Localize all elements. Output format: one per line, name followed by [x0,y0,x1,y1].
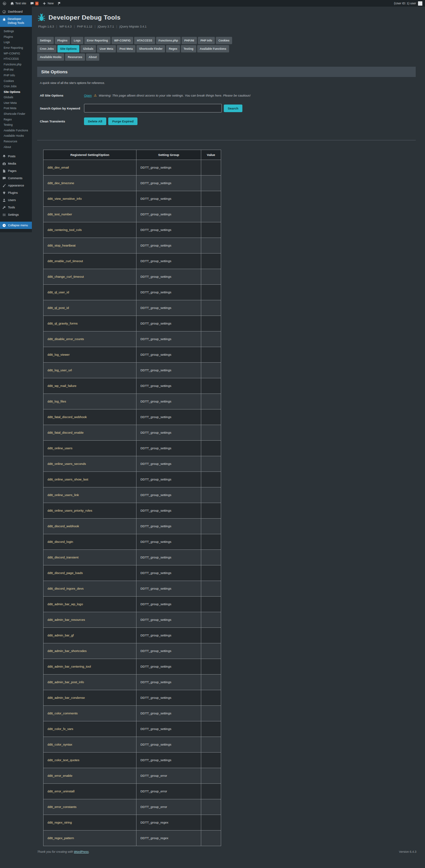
group-cell: DDTT_group_settings [137,597,201,612]
sidebar-subitem-wp-config[interactable]: WP-CONFIG [0,51,32,56]
sidebar-subitem-logs[interactable]: Logs [0,40,32,45]
comment-icon [30,2,34,5]
sidebar-item-tools[interactable]: Tools [0,204,32,211]
value-cell [201,253,221,269]
sidebar-subitem-php-info[interactable]: PHP Info [0,73,32,78]
tab-post-meta[interactable]: Post Meta [117,45,136,53]
sidebar-subitem-htaccess[interactable]: HTACCESS [0,56,32,62]
sidebar-subitem-site-options[interactable]: Site Options [0,89,32,95]
admin-bar-item-comment-icon[interactable]: 0 [30,2,38,5]
value-cell [201,285,221,300]
sidebar-item-plugins[interactable]: Plugins [0,189,32,196]
sidebar-item-settings[interactable]: Settings [0,211,32,218]
sidebar-subitem-available-hooks[interactable]: Available Hooks [0,133,32,139]
tab-settings[interactable]: Settings [37,37,54,44]
collapse-menu-button[interactable]: Collapse menu [0,222,32,229]
purge-expired-button[interactable]: Purge Expired [108,118,138,125]
pin-icon [2,155,6,158]
table-row: ddtt_admin_bar_resourcesDDTT_group_setti… [44,612,221,628]
tab-resources[interactable]: Resources [65,54,85,61]
tab-regex[interactable]: Regex [166,45,180,53]
sidebar-subitem-settings[interactable]: Settings [0,29,32,34]
sidebar-item-users[interactable]: Users [0,196,32,204]
tab-testing[interactable]: Testing [181,45,196,53]
plus-icon [42,2,46,5]
tab-about[interactable]: About [86,54,100,61]
sidebar-subitem-post-meta[interactable]: Post Meta [0,106,32,112]
group-cell: DDTT_group_settings [137,378,201,394]
sidebar-subitem-php-ini[interactable]: PHP.INI [0,67,32,73]
sidebar-item-developer-debug-tools[interactable]: Developer Debug Tools [0,15,32,27]
admin-bar-item-flag-icon[interactable] [57,2,61,5]
sliders-icon [2,213,6,217]
admin-bar-item-new[interactable]: New [42,2,53,5]
tab-htaccess[interactable]: HTACCESS [134,37,155,44]
sidebar-subitem-available-functions[interactable]: Available Functions [0,128,32,133]
wordpress-link[interactable]: WordPress [74,850,89,854]
tab-wp-config[interactable]: WP-CONFIG [112,37,134,44]
sidebar-item-comments[interactable]: Comments [0,175,32,182]
sidebar-item-posts[interactable]: Posts [0,153,32,160]
open-link[interactable]: Open [84,94,92,97]
table-row: ddtt_regex_patternDDTT_group_regex [44,831,221,846]
tab-user-meta[interactable]: User Meta [97,45,116,53]
sidebar-subitem-cookies[interactable]: Cookies [0,78,32,84]
group-cell: DDTT_group_settings [137,643,201,659]
table-row: ddtt_admin_bar_centering_toolDDTT_group_… [44,659,221,675]
table-row: ddtt_online_usersDDTT_group_settings [44,441,221,456]
group-cell: DDTT_group_settings [137,675,201,690]
tab-error-reporting[interactable]: Error Reporting [84,37,111,44]
sidebar-subitem-about[interactable]: About [0,144,32,150]
admin-bar-item-wordpress-logo-icon[interactable] [3,2,6,5]
tab-functions-php[interactable]: Functions.php [156,37,181,44]
table-row: ddtt_color_syntaxDDTT_group_settings [44,737,221,752]
option-cell: ddtt_admin_bar_post_info [44,675,137,690]
tab-available-hooks[interactable]: Available Hooks [37,54,64,61]
sidebar-item-dashboard[interactable]: Dashboard [0,8,32,15]
group-cell: DDTT_group_settings [137,238,201,253]
tab-site-options[interactable]: Site Options [57,45,79,53]
sidebar-subitem-regex[interactable]: Regex [0,117,32,122]
tab-globals[interactable]: Globals [80,45,96,53]
delete-all-button[interactable]: Delete All [84,118,106,125]
group-cell: DDTT_group_settings [137,534,201,550]
sidebar-subitem-cron-jobs[interactable]: Cron Jobs [0,84,32,89]
tab-shortcode-finder[interactable]: Shortcode Finder [137,45,165,53]
tab-plugins[interactable]: Plugins [55,37,70,44]
sidebar-item-appearance[interactable]: Appearance [0,182,32,189]
sidebar-subitem-testing[interactable]: Testing [0,122,32,128]
value-cell [201,269,221,285]
footer-thanks-text: Thank you for creating with [37,850,74,854]
sidebar-item-pages[interactable]: Pages [0,167,32,175]
sidebar-subitem-functions-php[interactable]: Functions.php [0,62,32,67]
brush-icon [2,184,6,187]
admin-bar-item-test-site[interactable]: Test site [10,2,26,5]
sidebar-subitem-user-meta[interactable]: User Meta [0,100,32,106]
search-button[interactable]: Search [224,104,243,112]
tab-php-info[interactable]: PHP Info [198,37,215,44]
sidebar-subitem-shortcode-finder[interactable]: Shortcode Finder [0,111,32,117]
table-row: ddtt_online_users_linkDDTT_group_setting… [44,488,221,503]
tab-php-ini[interactable]: PHP.INI [181,37,197,44]
value-cell [201,612,221,628]
sidebar-item-media[interactable]: Media [0,160,32,167]
option-cell: ddtt_discord_ingore_devs [44,581,137,597]
tab-cookies[interactable]: Cookies [216,37,232,44]
sidebar-subitem-globals[interactable]: Globals [0,95,32,100]
tab-available-functions[interactable]: Available Functions [197,45,229,53]
group-cell: DDTT_group_settings [137,347,201,363]
tab-cron-jobs[interactable]: Cron Jobs [37,45,56,53]
search-option-row: Search Option by Keyword Search [40,104,416,113]
meta-item: Plugin 1.6.3 [38,25,54,28]
sidebar-subitem-resources[interactable]: Resources [0,139,32,144]
user-info[interactable]: (User ID: 1) user [394,2,416,5]
sidebar-subitem-plugins[interactable]: Plugins [0,34,32,40]
tab-logs[interactable]: Logs [71,37,83,44]
avatar[interactable] [418,1,422,6]
option-cell: ddtt_error_constants [44,799,137,815]
search-input[interactable] [84,104,222,113]
table-row: ddtt_discord_page_loadsDDTT_group_settin… [44,565,221,581]
group-cell: DDTT_group_settings [137,441,201,456]
option-cell: ddtt_ql_post_id [44,300,137,316]
sidebar-subitem-error-reporting[interactable]: Error Reporting [0,45,32,51]
